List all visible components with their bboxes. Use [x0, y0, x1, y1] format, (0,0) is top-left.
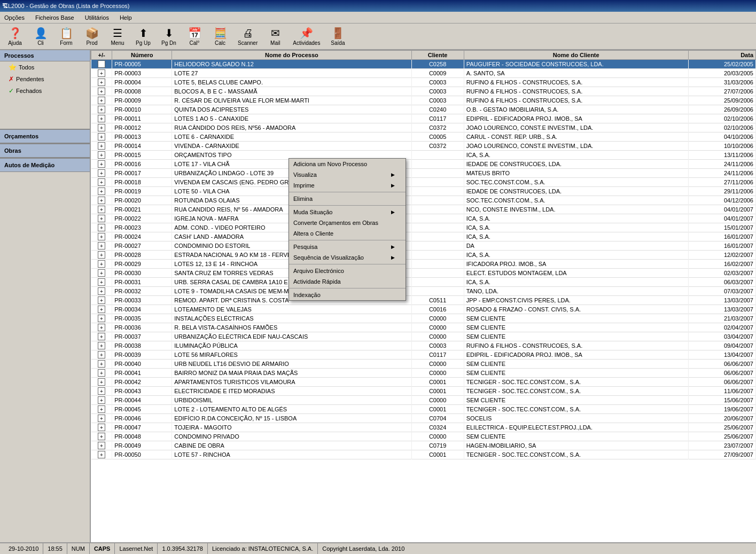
btn-cal0[interactable]: 📅 Cal°: [183, 25, 206, 48]
table-row[interactable]: + PR-00016 LOTE 17 - VILA CHÃ IEDADE DE …: [91, 160, 756, 169]
expand-btn[interactable]: +: [98, 69, 105, 77]
expand-btn[interactable]: +: [98, 315, 105, 322]
expand-btn[interactable]: +: [98, 115, 105, 122]
expand-cell[interactable]: +: [91, 387, 112, 396]
expand-cell[interactable]: +: [91, 160, 112, 169]
ctx-item-imprime[interactable]: Imprime▶: [289, 180, 406, 191]
sidebar-item-orcamentos[interactable]: Orçamentos: [0, 129, 90, 143]
table-row[interactable]: + PR-00018 VIVENDA EM CASCAIS (ENG. PEDR…: [91, 178, 756, 187]
table-row[interactable]: + PR-00020 ROTUNDA DAS OLAIAS SOC.TEC.CO…: [91, 196, 756, 205]
expand-cell[interactable]: +: [91, 296, 112, 305]
expand-btn[interactable]: +: [98, 88, 105, 95]
expand-btn[interactable]: +: [98, 197, 105, 204]
expand-btn[interactable]: +: [98, 287, 105, 295]
table-row[interactable]: + PR-00019 LOTE 50 - VILA CHA IEDADE DE …: [91, 187, 756, 196]
ctx-item-visualiza[interactable]: Visualiza▶: [289, 169, 406, 180]
table-row[interactable]: + PR-00024 CASH' LAND - AMADORA ICA, S.A…: [91, 232, 756, 241]
header-plusminus[interactable]: +/-: [91, 51, 112, 60]
header-nomecliente[interactable]: Nome do Cliente: [464, 51, 688, 60]
table-row[interactable]: + PR-00041 BAIRRO MONIZ DA MAIA PRAIA DA…: [91, 369, 756, 378]
menu-help[interactable]: Help: [118, 13, 134, 22]
table-row[interactable]: + PR-00039 LOTE 56 MIRAFLORES C0117 EDIP…: [91, 350, 756, 360]
table-row[interactable]: + PR-00023 ADM. COND. - VIDEO PORTEIRO I…: [91, 223, 756, 232]
expand-btn[interactable]: +: [98, 269, 105, 277]
btn-prod[interactable]: 📦 Prod: [80, 25, 104, 48]
expand-cell[interactable]: +: [91, 251, 112, 260]
expand-btn[interactable]: +: [98, 106, 105, 113]
table-row[interactable]: + PR-00049 CABINE DE OBRA C0719 HAGEN-IM…: [91, 441, 756, 450]
header-nome[interactable]: Nome do Processo: [172, 51, 411, 60]
table-row[interactable]: + PR-00045 LOTE 2 - LOTEAMENTO ALTO DE A…: [91, 405, 756, 414]
expand-cell[interactable]: +: [91, 360, 112, 369]
expand-cell[interactable]: +: [91, 105, 112, 114]
table-row[interactable]: + PR-00029 LOTES 12, 13 E 14 - RINCHOA I…: [91, 260, 756, 269]
ctx-item-pesquisa[interactable]: Pesquisa▶: [289, 241, 406, 252]
expand-cell[interactable]: +: [91, 323, 112, 332]
expand-btn[interactable]: +: [98, 215, 105, 222]
expand-cell[interactable]: +: [91, 205, 112, 214]
expand-btn[interactable]: +: [98, 188, 105, 195]
expand-cell[interactable]: +: [91, 214, 112, 223]
expand-btn[interactable]: +: [98, 405, 105, 413]
header-cliente[interactable]: Cliente: [411, 51, 464, 60]
expand-cell[interactable]: +: [91, 241, 112, 251]
table-row[interactable]: + PR-00003 LOTE 27 C0009 A. SANTO, SA 20…: [91, 69, 756, 78]
table-row[interactable]: + PR-00017 URBANIZAÇÃO LINDAGO - LOTE 39…: [91, 169, 756, 178]
table-row[interactable]: + PR-00038 ILUMINAÇÃO PÚBLICA C0003 RUFI…: [91, 341, 756, 350]
expand-cell[interactable]: +: [91, 441, 112, 450]
expand-btn[interactable]: +: [98, 278, 105, 286]
expand-cell[interactable]: +: [91, 305, 112, 314]
sidebar-item-pendentes[interactable]: ✗ Pendentes: [0, 73, 90, 85]
expand-btn[interactable]: +: [98, 169, 105, 177]
expand-cell[interactable]: +: [91, 278, 112, 287]
expand-btn[interactable]: +: [98, 206, 105, 213]
ctx-item-add[interactable]: Adiciona um Novo Processo: [289, 159, 406, 169]
btn-calc[interactable]: 🧮 Calc: [208, 25, 232, 48]
expand-cell[interactable]: +: [91, 96, 112, 105]
expand-btn[interactable]: +: [98, 433, 105, 440]
table-row[interactable]: + PR-00033 REMOD. APART. DRª CRISTINA S.…: [91, 296, 756, 305]
expand-cell[interactable]: +: [91, 396, 112, 405]
menu-ficheiros[interactable]: Ficheiros Base: [33, 13, 76, 22]
table-row[interactable]: + PR-00015 ORÇAMENTOS TIPO ICA, S.A. 13/…: [91, 151, 756, 160]
btn-cli[interactable]: 👤 Cli: [29, 25, 52, 48]
expand-cell[interactable]: +: [91, 314, 112, 323]
expand-cell[interactable]: +: [91, 169, 112, 178]
table-row[interactable]: + PR-00034 LOTEAMENTO DE VALEJAS C0016 R…: [91, 305, 756, 314]
expand-btn[interactable]: +: [98, 224, 105, 231]
expand-cell[interactable]: +: [91, 432, 112, 441]
btn-menu[interactable]: ☰ Menu: [106, 25, 129, 48]
expand-btn[interactable]: +: [98, 142, 105, 150]
table-row[interactable]: + PR-00028 ESTRADA NACIONAL 9 AO KM 18 -…: [91, 251, 756, 260]
table-row[interactable]: + PR-00044 URBIDOISMIL C0000 SEM CLIENTE…: [91, 396, 756, 405]
expand-cell[interactable]: +: [91, 69, 112, 78]
table-row[interactable]: + PR-00012 RUA CÂNDIDO DOS REIS, Nº56 - …: [91, 123, 756, 132]
expand-btn[interactable]: +: [98, 296, 105, 304]
table-row[interactable]: + PR-00011 LOTES 1 AO 5 - CANAXIDE C0117…: [91, 114, 756, 123]
expand-cell[interactable]: +: [91, 232, 112, 241]
expand-cell[interactable]: +: [91, 414, 112, 423]
ctx-item-sequencia[interactable]: Sequência de Visualização▶: [289, 252, 406, 263]
ctx-item-arquivo[interactable]: Arquivo Electrónico: [289, 266, 406, 276]
table-row[interactable]: + PR-00043 ELECTRICIDADE E ITED MORADIAS…: [91, 387, 756, 396]
table-row[interactable]: + PR-00037 URBANIZAÇÃO ELÉCTRICA EDIF NA…: [91, 332, 756, 341]
table-row[interactable]: + PR-00042 APARTAMENTOS TURISTICOS VILAM…: [91, 378, 756, 387]
btn-pgup[interactable]: ⬆ Pg Up: [131, 25, 155, 48]
expand-cell[interactable]: +: [91, 269, 112, 278]
expand-cell[interactable]: +: [91, 287, 112, 296]
table-row[interactable]: + PR-00013 LOTE 6 - CARNAXIDE C0005 CARU…: [91, 132, 756, 142]
expand-cell[interactable]: +: [91, 187, 112, 196]
expand-btn[interactable]: +: [98, 415, 105, 422]
expand-cell[interactable]: +: [91, 378, 112, 387]
expand-cell[interactable]: +: [91, 450, 112, 459]
expand-btn[interactable]: +: [98, 442, 105, 449]
expand-btn[interactable]: +: [98, 242, 105, 249]
expand-cell[interactable]: +: [91, 60, 112, 69]
expand-btn[interactable]: +: [98, 351, 105, 358]
ctx-item-converte[interactable]: Converte Orçamentos em Obras: [289, 217, 406, 228]
table-row[interactable]: + PR-00040 URB NEUDEL LT16 DESVIO DE ARM…: [91, 360, 756, 369]
menu-opcoes[interactable]: Opções: [2, 13, 27, 22]
expand-cell[interactable]: +: [91, 369, 112, 378]
table-row[interactable]: + PR-00010 QUINTA DOS ACIPRESTES C0240 O…: [91, 105, 756, 114]
expand-cell[interactable]: +: [91, 87, 112, 96]
